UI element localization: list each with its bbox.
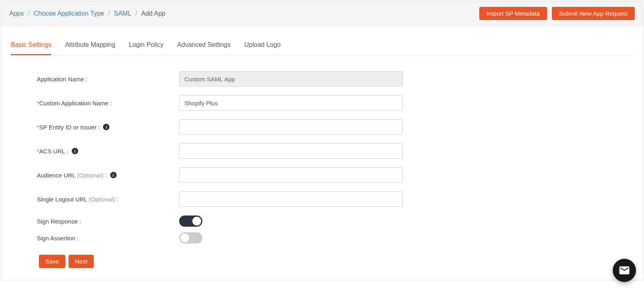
submit-new-app-request-button[interactable]: Submit New App Request (552, 7, 635, 20)
sp-entity-id-input[interactable] (179, 119, 403, 135)
breadcrumb-separator: / (108, 10, 110, 17)
next-button[interactable]: Next (69, 255, 94, 268)
breadcrumb-separator: / (135, 10, 137, 17)
sp-entity-id-label: *SP Entity ID or Issuer : i (37, 124, 179, 131)
info-icon[interactable]: i (72, 148, 78, 154)
application-name-label: Application Name : (37, 76, 179, 83)
breadcrumb-separator: / (28, 10, 29, 17)
breadcrumb-saml[interactable]: SAML (114, 10, 131, 17)
tab-upload-logo[interactable]: Upload Logo (244, 34, 281, 55)
audience-url-label: Audience URL (Optional) : i (37, 172, 179, 179)
tab-login-policy[interactable]: Login Policy (129, 34, 164, 55)
import-sp-metadata-button[interactable]: Import SP Metadata (479, 7, 547, 20)
acs-url-label: *ACS URL : i (37, 148, 179, 155)
sign-response-label: Sign Response : (37, 218, 179, 225)
single-logout-url-label: Single Logout URL (Optional) : (37, 196, 179, 203)
sign-assertion-label: Sign Assertion : (37, 235, 179, 242)
info-icon[interactable]: i (110, 172, 117, 178)
single-logout-url-input[interactable] (179, 191, 403, 207)
custom-application-name-label: *Custom Application Name : (37, 100, 179, 107)
sign-assertion-toggle[interactable] (179, 232, 202, 244)
tabs: Basic Settings Attribute Mapping Login P… (11, 34, 633, 55)
tab-advanced-settings[interactable]: Advanced Settings (177, 34, 230, 55)
custom-application-name-input[interactable] (179, 95, 403, 111)
mail-icon (618, 264, 630, 276)
breadcrumb-apps[interactable]: Apps (9, 10, 24, 17)
info-icon[interactable]: i (103, 124, 109, 130)
breadcrumb-current: Add App (141, 10, 166, 17)
tab-basic-settings[interactable]: Basic Settings (11, 34, 51, 55)
acs-url-input[interactable] (179, 143, 403, 159)
tab-attribute-mapping[interactable]: Attribute Mapping (65, 34, 115, 55)
breadcrumb-choose-application-type[interactable]: Choose Application Type (34, 10, 104, 17)
save-button[interactable]: Save (39, 255, 65, 268)
audience-url-input[interactable] (179, 167, 403, 183)
application-name-input (179, 71, 403, 87)
help-widget[interactable] (613, 259, 636, 281)
breadcrumb: Apps / Choose Application Type / SAML / … (9, 10, 166, 17)
sign-response-toggle[interactable] (179, 215, 202, 227)
